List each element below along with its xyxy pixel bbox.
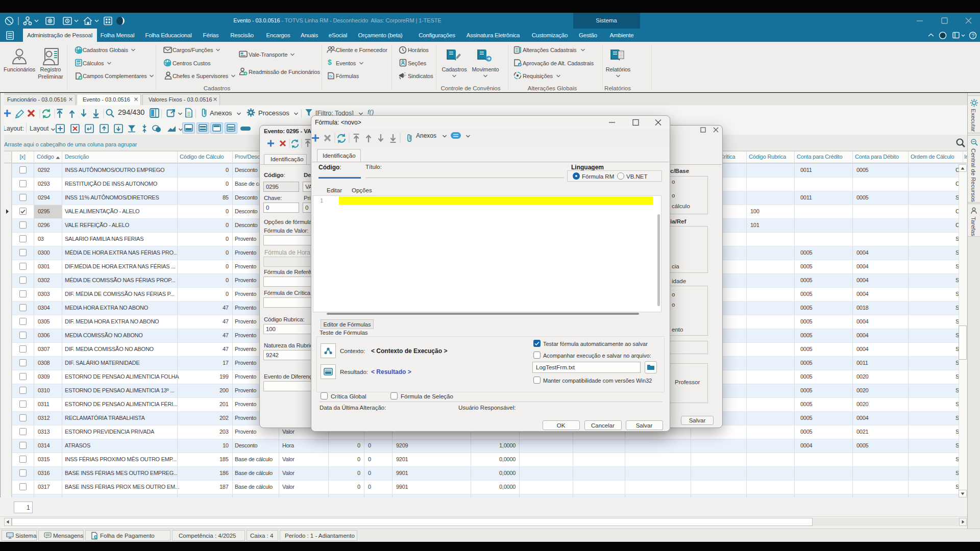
svg-text:fx: fx (329, 74, 332, 79)
svg-text:?: ? (972, 33, 975, 39)
